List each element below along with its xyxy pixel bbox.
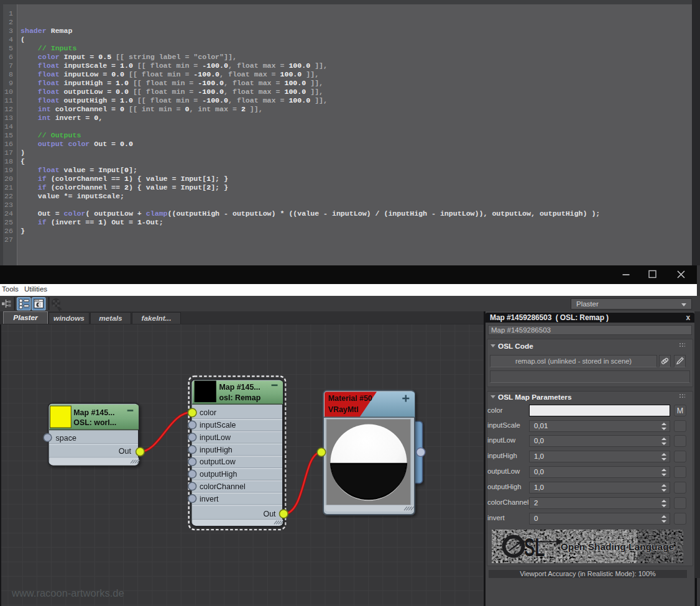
svg-text:space: space: [56, 434, 76, 443]
svg-text:outputLow: outputLow: [200, 457, 236, 466]
svg-text:colorChannel: colorChannel: [200, 482, 246, 491]
svg-text:Out: Out: [263, 510, 276, 518]
svg-text:inputScale: inputScale: [200, 421, 236, 429]
svg-text:inputHigh: inputHigh: [200, 446, 233, 454]
svg-text:osl: Remap: osl: Remap: [219, 393, 261, 402]
svg-text:SL: SL: [524, 533, 545, 562]
svg-text:color: color: [200, 408, 216, 417]
svg-text:Material #50: Material #50: [328, 394, 372, 403]
svg-text:Map #145...: Map #145...: [219, 383, 260, 392]
svg-text:Out: Out: [119, 447, 132, 456]
svg-text:Open Shading Language: Open Shading Language: [561, 541, 675, 552]
svg-text:VRayMtl: VRayMtl: [328, 405, 359, 414]
svg-text:inputLow: inputLow: [200, 433, 231, 442]
svg-text:outputHigh: outputHigh: [200, 470, 237, 479]
svg-text:Map #145...: Map #145...: [73, 408, 114, 417]
svg-text:invert: invert: [200, 495, 219, 503]
svg-text:OSL: worl...: OSL: worl...: [73, 418, 116, 427]
